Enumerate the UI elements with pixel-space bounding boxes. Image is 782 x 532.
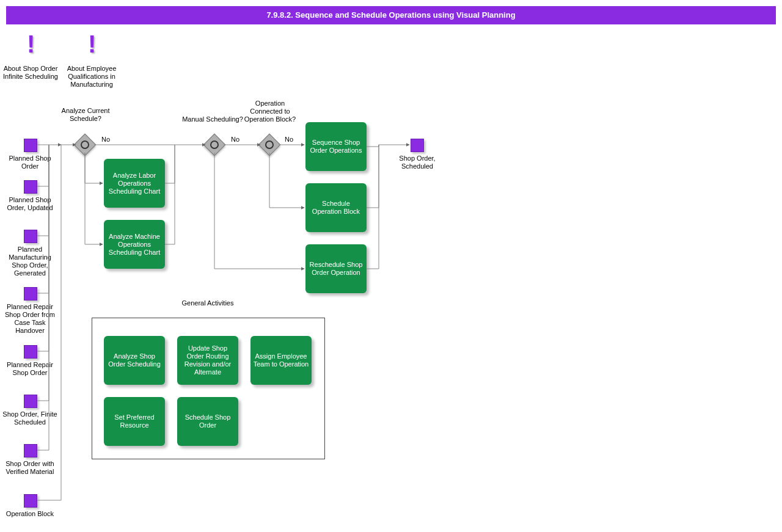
- activity[interactable]: Analyze Labor Operations Scheduling Char…: [104, 159, 165, 208]
- start-event-label: Planned Manufacturing Shop Order, Genera…: [2, 246, 57, 277]
- activity-label: Analyze Machine Operations Scheduling Ch…: [106, 233, 163, 257]
- activity-label: Set Preferred Resource: [106, 414, 163, 429]
- start-event-label: Shop Order with Verified Material: [2, 460, 57, 476]
- activity[interactable]: Set Preferred Resource: [104, 397, 165, 446]
- activity[interactable]: Assign Employee Team to Operation: [250, 336, 312, 385]
- group-title: General Activities: [177, 299, 238, 307]
- start-event[interactable]: [24, 494, 37, 508]
- start-event-label: Planned Shop Order, Updated: [2, 196, 57, 212]
- start-event-label: Operation Block: [2, 510, 57, 518]
- note-label[interactable]: About Employee Qualifications in Manufac…: [61, 65, 122, 89]
- edge-label: No: [285, 136, 293, 143]
- start-event[interactable]: [24, 395, 37, 408]
- activity[interactable]: Analyze Machine Operations Scheduling Ch…: [104, 220, 165, 269]
- activity[interactable]: Update Shop Order Routing Revision and/o…: [177, 336, 238, 385]
- exclamation-icon: !: [88, 31, 96, 58]
- activity[interactable]: Schedule Shop Order: [177, 397, 238, 446]
- activity[interactable]: Reschedule Shop Order Operation: [305, 244, 367, 293]
- edge-label: No: [101, 136, 110, 143]
- start-event[interactable]: [24, 444, 37, 457]
- title-text: 7.9.8.2. Sequence and Schedule Operation…: [266, 10, 515, 20]
- title-bar: 7.9.8.2. Sequence and Schedule Operation…: [6, 6, 776, 24]
- gateway-label: Analyze Current Schedule?: [55, 107, 116, 123]
- start-event[interactable]: [24, 287, 37, 301]
- gateway-label: Operation Connected to Operation Block?: [239, 100, 301, 123]
- start-event-label: Shop Order, Finite Scheduled: [2, 410, 57, 426]
- activity-label: Reschedule Shop Order Operation: [308, 261, 364, 277]
- start-event-label: Planned Repair Shop Order from Case Task…: [2, 303, 57, 335]
- end-event-label: Shop Order, Scheduled: [390, 155, 445, 170]
- activity-label: Analyze Labor Operations Scheduling Char…: [106, 172, 163, 195]
- activity[interactable]: Sequence Shop Order Operations: [305, 122, 367, 171]
- edge-label: No: [231, 136, 239, 143]
- activity-label: Analyze Shop Order Scheduling: [106, 352, 163, 368]
- start-event[interactable]: [24, 345, 37, 359]
- activity-label: Schedule Operation Block: [308, 200, 364, 216]
- activity-label: Schedule Shop Order: [180, 414, 236, 429]
- activity-label: Update Shop Order Routing Revision and/o…: [180, 344, 236, 376]
- gateway[interactable]: [77, 137, 93, 153]
- note-label[interactable]: About Shop Order Infinite Scheduling: [0, 65, 61, 81]
- gateway-label: Manual Scheduling?: [182, 115, 243, 123]
- diagram-canvas: 7.9.8.2. Sequence and Schedule Operation…: [0, 0, 782, 532]
- end-event[interactable]: [411, 139, 424, 152]
- start-event[interactable]: [24, 230, 37, 243]
- exclamation-icon: !: [27, 31, 35, 58]
- gateway[interactable]: [206, 137, 222, 153]
- activity[interactable]: Schedule Operation Block: [305, 183, 367, 232]
- start-event[interactable]: [24, 139, 37, 152]
- start-event[interactable]: [24, 180, 37, 194]
- activity-label: Sequence Shop Order Operations: [308, 139, 364, 155]
- activity-label: Assign Employee Team to Operation: [253, 352, 309, 368]
- start-event-label: Planned Repair Shop Order: [2, 361, 57, 377]
- gateway[interactable]: [261, 137, 277, 153]
- activity[interactable]: Analyze Shop Order Scheduling: [104, 336, 165, 385]
- start-event-label: Planned Shop Order: [2, 155, 57, 170]
